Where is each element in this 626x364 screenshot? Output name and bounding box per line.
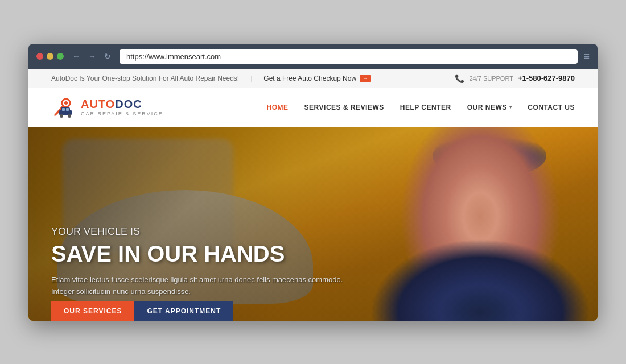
top-bar-right: 📞 24/7 SUPPORT +1-580-627-9870 bbox=[455, 74, 575, 83]
divider: | bbox=[250, 75, 252, 82]
logo[interactable]: AUTODOC CAR REPAIR & SERVICE bbox=[51, 95, 163, 120]
browser-nav-buttons: ← → ↻ bbox=[69, 51, 114, 62]
website-content: AutoDoc Is Your One-stop Solution For Al… bbox=[28, 69, 598, 321]
svg-rect-7 bbox=[66, 108, 69, 111]
mechanic-uniform bbox=[330, 210, 598, 321]
tagline: AutoDoc Is Your One-stop Solution For Al… bbox=[51, 75, 239, 82]
svg-rect-6 bbox=[62, 108, 65, 111]
nav-news-label: OUR NEWS bbox=[467, 104, 507, 111]
svg-point-1 bbox=[64, 101, 68, 105]
top-bar: AutoDoc Is Your One-stop Solution For Al… bbox=[28, 69, 598, 88]
hero-description: Etiam vitae lectus fusce scelerisque lig… bbox=[51, 274, 347, 298]
hero-section: YOUR VEHICLE IS SAVE IN OUR HANDS Etiam … bbox=[28, 127, 598, 321]
refresh-button[interactable]: ↻ bbox=[101, 51, 114, 62]
hero-title: SAVE IN OUR HANDS bbox=[51, 241, 347, 266]
phone-number[interactable]: +1-580-627-9870 bbox=[518, 74, 575, 82]
logo-auto: AUTO bbox=[81, 98, 115, 110]
support-label: 24/7 SUPPORT bbox=[469, 75, 513, 82]
back-button[interactable]: ← bbox=[69, 51, 83, 62]
chevron-down-icon: ▾ bbox=[509, 105, 512, 110]
hero-subtitle: YOUR VEHICLE IS bbox=[51, 226, 347, 238]
logo-icon bbox=[51, 95, 76, 120]
cta-text: Get a Free Auto Checkup Now bbox=[263, 75, 356, 82]
browser-chrome: ← → ↻ ≡ bbox=[28, 44, 598, 69]
browser-menu-button[interactable]: ≡ bbox=[583, 51, 590, 63]
minimize-button[interactable] bbox=[47, 53, 53, 60]
free-checkup-cta[interactable]: Get a Free Auto Checkup Now → bbox=[263, 75, 371, 82]
traffic-lights bbox=[36, 53, 64, 60]
phone-icon: 📞 bbox=[455, 74, 464, 83]
hero-content: YOUR VEHICLE IS SAVE IN OUR HANDS Etiam … bbox=[51, 226, 347, 298]
main-nav: HOME SERVICES & REVIEWS HELP CENTER OUR … bbox=[267, 104, 575, 111]
hero-buttons: OUR SERVICES GET APPOINTMENT bbox=[51, 301, 233, 321]
nav-item-contact[interactable]: CONTACT US bbox=[528, 104, 575, 111]
logo-subtitle: CAR REPAIR & SERVICE bbox=[81, 111, 163, 117]
nav-item-help[interactable]: HELP CENTER bbox=[400, 104, 451, 111]
header: AUTODOC CAR REPAIR & SERVICE HOME SERVIC… bbox=[28, 88, 598, 127]
logo-text: AUTODOC CAR REPAIR & SERVICE bbox=[81, 98, 163, 117]
nav-item-home[interactable]: HOME bbox=[267, 104, 289, 111]
browser-window: ← → ↻ ≡ AutoDoc Is Your One-stop Solutio… bbox=[28, 44, 598, 321]
our-services-button[interactable]: OUR SERVICES bbox=[51, 301, 134, 321]
close-button[interactable] bbox=[36, 53, 43, 60]
maximize-button[interactable] bbox=[57, 53, 64, 60]
get-appointment-button[interactable]: GET APPOINTMENT bbox=[134, 301, 233, 321]
arrow-icon: → bbox=[360, 75, 371, 82]
nav-item-news[interactable]: OUR NEWS ▾ bbox=[467, 104, 512, 111]
logo-doc: DOC bbox=[115, 98, 142, 110]
nav-item-services[interactable]: SERVICES & REVIEWS bbox=[304, 104, 384, 111]
logo-name: AUTODOC bbox=[81, 98, 163, 111]
svg-point-4 bbox=[60, 114, 63, 118]
address-bar[interactable] bbox=[120, 49, 578, 64]
svg-point-5 bbox=[68, 114, 71, 118]
forward-button[interactable]: → bbox=[85, 51, 99, 62]
top-bar-left: AutoDoc Is Your One-stop Solution For Al… bbox=[51, 75, 371, 82]
